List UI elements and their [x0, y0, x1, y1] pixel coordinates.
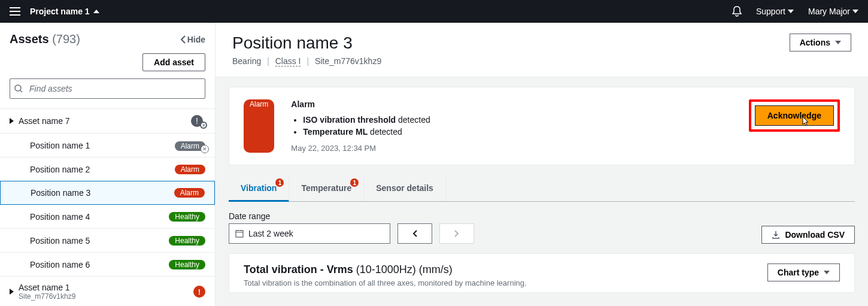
chart-title: Total vibration - Vrms (10-1000Hz) (mm/s…	[244, 263, 527, 276]
tab-badge: 1	[350, 178, 359, 187]
date-range-select[interactable]: Last 2 week	[229, 223, 390, 244]
download-icon	[772, 231, 780, 239]
sidebar: Assets (793) Hide Add asset Asset name 7…	[0, 23, 216, 306]
chevron-right-icon	[454, 229, 460, 238]
chevron-left-icon	[412, 229, 418, 238]
tree-item[interactable]: Position name 5Healthy	[0, 229, 215, 253]
status-badge: Healthy	[169, 236, 205, 246]
tree-item[interactable]: Position name 2Alarm	[0, 157, 215, 181]
tree-item[interactable]: Position name 1Alarm✕	[0, 134, 215, 157]
caret-down-icon	[788, 10, 794, 13]
date-controls-row: Date range Last 2 week	[229, 211, 855, 244]
tree-item-label: Position name 6	[30, 260, 164, 269]
status-badge: Healthy	[169, 260, 205, 269]
tree-item[interactable]: Position name 3Alarm	[0, 181, 215, 205]
search-input[interactable]	[10, 78, 205, 99]
tree-item-label: Asset name 1	[19, 283, 189, 292]
status-badge: Alarm	[175, 165, 205, 174]
tab-badge: 1	[275, 178, 284, 187]
alarm-title: Alarm	[291, 99, 732, 109]
tree-item[interactable]: Position name 6Healthy	[0, 253, 215, 277]
tree-item[interactable]: Position name 4Healthy	[0, 205, 215, 229]
content-area: Position name 3 Bearing | Class I | Site…	[216, 23, 868, 306]
add-asset-button[interactable]: Add asset	[142, 53, 205, 71]
caret-right-icon	[10, 118, 14, 124]
ack-indicator-icon: ✕	[201, 145, 209, 153]
tree-item-subtext: Site_m776v1khz9	[19, 292, 189, 301]
tabs: Vibration1Temperature1Sensor details	[229, 176, 855, 202]
date-prev-button[interactable]	[397, 223, 432, 244]
bell-icon	[732, 6, 742, 17]
alarm-list-item: Temperature ML detected	[303, 127, 732, 137]
svg-rect-1	[236, 231, 243, 237]
download-csv-button[interactable]: Download CSV	[761, 226, 855, 244]
chart-panel: Total vibration - Vrms (10-1000Hz) (mm/s…	[229, 253, 855, 293]
tab[interactable]: Sensor details	[364, 176, 446, 201]
acknowledge-button[interactable]: Acknowledge	[755, 105, 834, 126]
tree-item-label: Position name 4	[30, 212, 164, 222]
user-menu[interactable]: Mary Major	[808, 7, 858, 16]
tree-item-label: Position name 2	[30, 165, 170, 174]
caret-up-icon	[93, 10, 99, 13]
tree-item[interactable]: Asset name 1Site_m776v1khz9!	[0, 277, 215, 306]
date-range-label: Date range	[229, 211, 474, 221]
search-icon	[14, 84, 23, 93]
sidebar-title: Assets (793)	[10, 32, 80, 46]
asset-count: (793)	[52, 32, 80, 46]
tree-item[interactable]: Asset name 7!✕	[0, 109, 215, 134]
status-badge: Healthy	[169, 212, 205, 222]
tab[interactable]: Temperature1	[289, 176, 364, 201]
alarm-list-item: ISO vibration threshold detected	[303, 115, 732, 125]
notifications-button[interactable]	[732, 6, 742, 17]
warn-ack-icon: !✕	[191, 115, 205, 127]
tree-item-label: Position name 3	[31, 188, 169, 198]
project-selector[interactable]: Project name 1	[30, 7, 99, 16]
caret-down-icon	[852, 10, 858, 13]
alarm-panel: Alarm Alarm ISO vibration threshold dete…	[229, 87, 855, 165]
page-title: Position name 3	[232, 34, 381, 53]
hide-sidebar-button[interactable]: Hide	[180, 35, 205, 44]
alarm-list: ISO vibration threshold detectedTemperat…	[303, 115, 732, 137]
tab[interactable]: Vibration1	[229, 176, 289, 202]
tree-item-label: Asset name 7	[19, 116, 186, 126]
support-menu[interactable]: Support	[756, 7, 794, 16]
project-name-label: Project name 1	[30, 7, 90, 16]
tree-item-label: Position name 1	[30, 141, 170, 150]
caret-down-icon	[835, 41, 841, 44]
status-badge: Alarm	[174, 188, 205, 198]
calendar-icon	[235, 229, 244, 238]
caret-down-icon	[824, 271, 830, 274]
breadcrumb: Bearing | Class I | Site_m776v1khz9	[232, 56, 381, 66]
actions-menu-button[interactable]: Actions	[790, 34, 851, 51]
alarm-timestamp: May 22, 2023, 12:34 PM	[291, 144, 732, 153]
chevron-left-icon	[180, 35, 186, 44]
caret-right-icon	[10, 289, 14, 295]
chart-subtitle: Total vibration is the combination of al…	[244, 278, 527, 287]
hamburger-menu[interactable]	[10, 7, 20, 16]
tree-item-label: Position name 5	[30, 236, 164, 246]
content-header: Position name 3 Bearing | Class I | Site…	[216, 23, 868, 77]
asset-tree: Asset name 7!✕Position name 1Alarm✕Posit…	[0, 108, 215, 306]
cursor-icon	[801, 116, 811, 128]
svg-point-0	[15, 85, 21, 91]
alarm-badge: Alarm	[244, 99, 274, 153]
chart-type-button[interactable]: Chart type	[767, 263, 840, 281]
top-header: Project name 1 Support Mary Major	[0, 0, 868, 23]
alert-icon: !	[193, 286, 205, 298]
acknowledge-highlight: Acknowledge	[749, 99, 840, 132]
date-next-button	[439, 223, 474, 244]
